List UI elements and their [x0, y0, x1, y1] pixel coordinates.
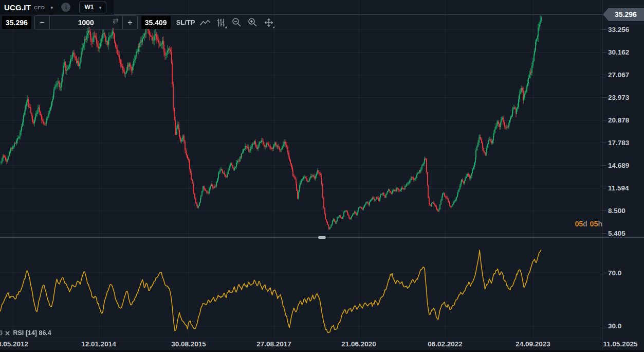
rsi-chart-canvas[interactable] [0, 238, 602, 337]
time-axis-tick: 21.06.2020 [341, 340, 376, 348]
chevron-down-icon: ▾ [99, 5, 101, 10]
price-axis-tick: 33.256 [608, 26, 629, 33]
price-axis-tick-mark [602, 120, 606, 120]
countdown-days-value: 05 [575, 220, 583, 228]
price-chart-canvas[interactable] [0, 0, 602, 237]
price-axis-tick: 23.973 [608, 93, 629, 101]
info-icon[interactable]: i [61, 3, 70, 12]
price-axis-tick: 30.162 [608, 48, 629, 56]
quantity-increase-button[interactable]: + [122, 16, 137, 29]
quantity-decrease-button[interactable]: − [35, 16, 50, 29]
rsi-legend: ⚙ RSI [14] 86.4 [0, 329, 51, 337]
time-axis-tick: 27.08.2017 [256, 340, 291, 348]
countdown-days-unit: d [583, 220, 587, 228]
price-axis-tick-mark [602, 188, 606, 188]
pan-tool-button[interactable] [263, 16, 275, 29]
price-axis-tick: 11.594 [608, 184, 629, 192]
sltp-button[interactable]: SL/TP [176, 19, 195, 26]
timeframe-select[interactable]: W1 ▾ [79, 2, 106, 13]
rsi-axis-tick-mark [602, 273, 606, 273]
time-axis-tick: 30.08.2015 [171, 340, 206, 348]
candlestick-chart-type-button[interactable] [215, 16, 227, 29]
quantity-stepper: − ⇄ + [34, 15, 138, 29]
price-axis-tick: 20.878 [608, 116, 629, 124]
buy-price-badge[interactable]: 35.409 [141, 16, 171, 29]
indicator-settings-icon[interactable]: ⚙ [0, 328, 3, 338]
rsi-axis-tick: 70.0 [608, 269, 621, 277]
current-price-tag: 35.296 [603, 8, 644, 21]
price-axis-border [602, 0, 603, 350]
countdown-hours-value: 05 [590, 220, 598, 228]
line-chart-type-button[interactable] [199, 16, 211, 29]
time-axis-separator [0, 338, 602, 338]
price-axis-tick: 14.689 [608, 161, 629, 169]
price-axis-tick-mark [602, 29, 606, 30]
pane-resize-handle[interactable] [318, 236, 326, 239]
refresh-quantity-icon[interactable]: ⇄ [113, 16, 119, 25]
price-axis-tick-mark [602, 143, 606, 143]
trading-chart-window: 35.296 05d05h ⚙ RSI [14] 86.4 UCG.IT CFD… [0, 0, 644, 352]
price-axis-tick-mark [602, 233, 606, 234]
zoom-out-icon [232, 17, 242, 27]
timeframe-label: W1 [84, 4, 94, 11]
price-axis-tick-mark [602, 75, 606, 75]
pan-tool-dropdown-corner [272, 26, 274, 28]
rsi-axis-tick-mark [602, 326, 606, 326]
quantity-input[interactable] [50, 18, 122, 27]
price-axis-tick-mark [602, 52, 606, 52]
instrument-header: UCG.IT CFD ▾ i W1 ▾ [0, 0, 114, 14]
instrument-type-label: CFD [34, 5, 45, 10]
candle-countdown: 05d05h [525, 220, 602, 228]
zoom-in-icon [248, 17, 257, 27]
line-chart-icon [200, 19, 210, 26]
trade-toolbar: 35.296 − ⇄ + 35.409 SL/TP [2, 15, 275, 29]
price-axis-tick-mark [602, 97, 606, 98]
price-axis-tick-mark [602, 210, 606, 211]
symbol-dropdown-caret-icon[interactable]: ▾ [50, 5, 53, 10]
time-axis-tick: 11.05.2025 [603, 340, 638, 348]
time-axis-tick: 3.05.2012 [0, 340, 28, 348]
countdown-hours-unit: h [598, 220, 602, 228]
price-axis-tick-mark [602, 165, 606, 166]
time-axis-tick: 12.01.2014 [81, 340, 116, 348]
price-axis-tick: 8.500 [608, 206, 625, 214]
time-axis-tick: 06.02.2022 [428, 340, 463, 348]
zoom-out-button[interactable] [231, 16, 243, 29]
sell-price-badge[interactable]: 35.296 [2, 16, 31, 29]
rsi-axis-tick: 30.0 [608, 322, 621, 330]
chart-type-dropdown-corner [225, 26, 227, 28]
price-axis-tick: 17.783 [608, 139, 629, 147]
rsi-legend-label: RSI [14] 86.4 [13, 329, 51, 337]
price-axis-tick: 5.405 [608, 230, 625, 237]
price-axis-tick: 27.067 [608, 71, 629, 79]
symbol-label: UCG.IT [4, 3, 31, 12]
zoom-in-button[interactable] [247, 16, 259, 29]
time-axis-tick: 24.09.2023 [516, 340, 550, 348]
indicator-close-icon[interactable] [5, 331, 10, 336]
